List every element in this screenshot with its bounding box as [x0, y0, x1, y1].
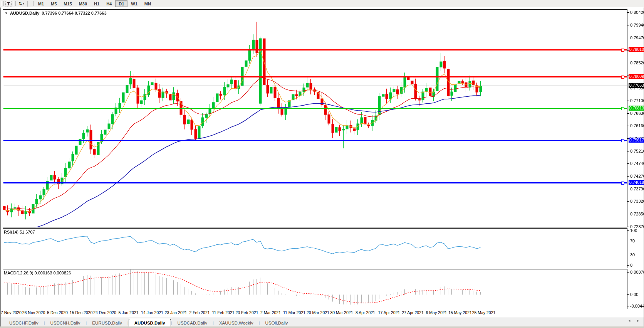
tab-scroll-arrows: ◄ ► [627, 319, 640, 323]
timeframe-button-mn[interactable]: MN [141, 0, 154, 7]
timeframe-group: M1M5M15M30H1H4D1W1MN [35, 0, 154, 7]
date-tick-label: 25 May 2021 [472, 310, 496, 315]
toolbar-grip [1, 1, 4, 6]
axis-tick-label: 70 [630, 239, 635, 243]
timeframe-button-m1[interactable]: M1 [35, 0, 47, 7]
date-tick-label: 27 Apr 2021 [402, 310, 424, 315]
scroll-right-icon[interactable]: ► [636, 319, 640, 323]
date-tick-label: 6 May 2021 [426, 310, 447, 315]
symbol-period-label: AUDUSD,Daily [10, 11, 39, 15]
timeframe-button-w1[interactable]: W1 [127, 0, 141, 7]
date-tick-label: 11 Feb 2021 [212, 310, 234, 315]
price-level-badge: 0.74018 [629, 180, 644, 185]
trading-platform-window: T ⇅ ▾ M1M5M15M30H1H4D1W1MN ▼ AUDUSD,Dail… [0, 0, 644, 328]
ohlc-values: 0.77396 0.77664 0.77322 0.77663 [42, 11, 106, 15]
date-tick-label: 17 Nov 2020 [0, 310, 22, 315]
date-tick-label: 15 May 2021 [448, 310, 472, 315]
top-toolbar: T ⇅ ▾ M1M5M15M30H1H4D1W1MN [0, 0, 644, 8]
price-level-badge: 0.75617 [629, 138, 644, 143]
chart-tab-xauusd[interactable]: XAUUSD,Weekly [214, 319, 259, 327]
toolbar-grip [13, 1, 16, 6]
chart-tab-eurusd[interactable]: EURUSD,Daily [87, 319, 127, 327]
macd-indicator-canvas[interactable] [1, 269, 642, 309]
axis-tick-label: 0.74270 [630, 174, 644, 178]
timeframe-button-m30[interactable]: M30 [75, 0, 91, 7]
date-tick-label: 5 Dec 2020 [47, 310, 68, 315]
cursor-tool-icon: ⇅ [18, 1, 22, 6]
date-tick-label: 14 Jan 2021 [141, 310, 163, 315]
axis-tick-label: 0.77100 [630, 98, 644, 103]
axis-tick-label: 0.78520 [630, 61, 644, 65]
price-level-badge: 0.79010 [629, 47, 644, 52]
chart-menu-icon[interactable]: ▼ [5, 12, 8, 15]
axis-tick-label: 0.73320 [630, 199, 644, 204]
toolbar-separator [27, 1, 28, 7]
date-tick-label: 17 Apr 2021 [378, 310, 400, 315]
axis-tick-label: 30 [630, 252, 635, 257]
axis-tick-label: 0.74740 [630, 161, 644, 166]
chart-tab-usdchf[interactable]: USDCHF,Daily [4, 319, 44, 327]
timeframe-button-m5[interactable]: M5 [47, 0, 60, 7]
axis-tick-label: 0.79470 [630, 35, 644, 40]
date-tick-label: 24 Dec 2020 [93, 310, 116, 315]
axis-tick-label: 0.75210 [630, 149, 644, 153]
date-tick-label: 30 Mar 2021 [330, 310, 353, 315]
cursor-tool-button[interactable]: ⇅ ▾ [17, 1, 25, 7]
date-tick-label: 26 Nov 2020 [22, 310, 45, 315]
chart-tab-usdcnh[interactable]: USDCNH,Daily [45, 319, 86, 327]
date-tick-label: 15 Dec 2020 [70, 310, 93, 315]
axis-tick-label: -0.004451 [630, 304, 644, 308]
chart-tab-usdcad[interactable]: USDCAD,Daily [172, 319, 213, 327]
chart-window: ▼ AUDUSD,Daily 0.77396 0.77664 0.77322 0… [1, 7, 644, 326]
date-tick-label: 20 Mar 2021 [307, 310, 329, 315]
window-bottom-edge [0, 326, 644, 328]
toolbar-grip [31, 1, 34, 6]
rsi-indicator-canvas[interactable] [1, 228, 642, 268]
date-tick-label: 11 Mar 2021 [283, 310, 305, 315]
date-tick-label: 20 Feb 2021 [236, 310, 258, 315]
timeframe-button-d1[interactable]: D1 [115, 0, 127, 7]
axis-tick-label: 0.72850 [630, 212, 644, 216]
axis-tick-label: 0.008782 [630, 270, 644, 274]
axis-tick-label: 0.80420 [630, 10, 644, 15]
scroll-left-icon[interactable]: ◄ [627, 319, 631, 323]
axis-tick-label: 100 [630, 228, 637, 233]
macd-label: MACD(12,26,9) 0.000163 0.000826 [4, 271, 71, 275]
price-level-badge: 0.76813 [629, 106, 644, 111]
date-tick-label: 2 Feb 2021 [189, 310, 210, 315]
chart-title: ▼ AUDUSD,Daily 0.77396 0.77664 0.77322 0… [5, 11, 107, 15]
price-level-badge: 0.78009 [629, 74, 644, 79]
current-price-badge: 0.77663 [629, 83, 644, 88]
timeframe-button-m15[interactable]: M15 [60, 0, 75, 7]
date-tick-label: 5 Jan 2021 [119, 310, 139, 315]
axis-tick-label: 0 [630, 263, 632, 267]
chart-tab-bar: USDCHF,Daily|USDCNH,Daily|EURUSD,Daily|A… [1, 317, 644, 327]
axis-tick-label: 0.76630 [630, 111, 644, 116]
axis-tick-label: 0.76160 [630, 123, 644, 128]
chevron-down-icon: ▾ [23, 2, 24, 5]
axis-tick-label: 0.73790 [630, 187, 644, 191]
date-tick-label: 2 Mar 2021 [260, 310, 281, 315]
rsi-label: RSI(14) 51.6707 [4, 230, 35, 234]
axis-tick-label: 0.00 [630, 292, 638, 297]
chart-tab-usoil[interactable]: USOil,Daily [260, 319, 293, 327]
axis-tick-label: 0.79940 [630, 23, 644, 27]
text-tool-button[interactable]: T [5, 1, 12, 7]
timeframe-button-h1[interactable]: H1 [91, 0, 103, 7]
price-chart-canvas[interactable] [1, 9, 642, 227]
date-tick-label: 8 Apr 2021 [356, 310, 375, 315]
timeframe-button-h4[interactable]: H4 [103, 0, 115, 7]
date-tick-label: 23 Jan 2021 [165, 310, 187, 315]
